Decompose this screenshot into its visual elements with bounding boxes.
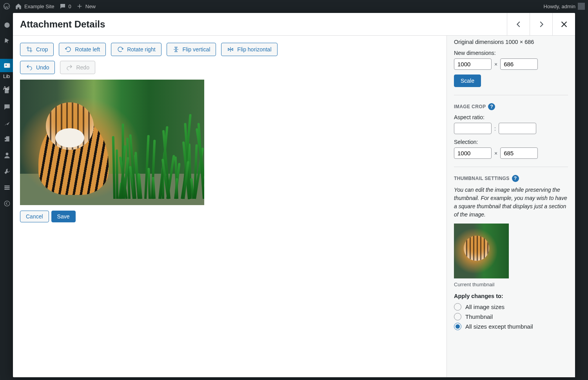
redo-label: Redo (76, 65, 89, 70)
aspect-ratio-h-input[interactable] (499, 123, 536, 134)
comments-link[interactable]: 0 (59, 3, 71, 10)
svg-rect-8 (4, 189, 9, 190)
original-dimensions: Original dimensions 1000 × 686 (454, 39, 568, 45)
vegetation-decor (112, 98, 204, 199)
appearance-icon[interactable] (3, 119, 11, 128)
prev-attachment-button[interactable] (507, 13, 530, 35)
flip-horizontal-button[interactable]: Flip horizontal (221, 43, 277, 56)
apply-changes-label: Apply changes to: (454, 293, 568, 299)
radio-except-thumbnail[interactable]: All sizes except thumbnail (454, 323, 568, 330)
current-thumbnail-caption: Current thumbnail (454, 282, 568, 287)
image-crop-title: IMAGE CROP (454, 104, 486, 109)
rotate-left-label: Rotate left (75, 47, 100, 52)
attachment-details-modal: Attachment Details Crop Rota (13, 13, 575, 377)
next-attachment-button[interactable] (530, 13, 552, 35)
help-icon[interactable]: ? (488, 103, 495, 110)
redo-button: Redo (60, 61, 95, 74)
settings-icon[interactable] (3, 184, 11, 193)
new-link[interactable]: New (76, 3, 96, 10)
modal-header: Attachment Details (13, 13, 575, 36)
radio-all-label: All image sizes (465, 304, 505, 310)
svg-rect-6 (4, 185, 9, 187)
admin-toolbar: Example Site 0 New Howdy, admin (0, 0, 588, 13)
new-width-input[interactable] (454, 58, 492, 70)
comments-count: 0 (69, 4, 71, 9)
undo-button[interactable]: Undo (20, 61, 55, 74)
flip-vertical-label: Flip vertical (183, 47, 211, 52)
radio-icon (454, 303, 461, 311)
selection-w-input[interactable] (454, 147, 492, 159)
avatar (578, 3, 585, 10)
thumbnail-settings-heading: THUMBNAIL SETTINGS ? (454, 175, 568, 182)
howdy-user[interactable]: Howdy, admin (544, 3, 585, 10)
flip-vertical-button[interactable]: Flip vertical (167, 43, 216, 56)
rotate-left-button[interactable]: Rotate left (59, 43, 106, 56)
selection-h-input[interactable] (500, 147, 538, 159)
new-dimensions-label: New dimensions: (454, 50, 568, 56)
image-edit-sidebar: Original dimensions 1000 × 686 New dimen… (446, 36, 575, 377)
comments-icon[interactable] (3, 103, 11, 112)
sel-times: × (494, 150, 497, 156)
howdy-label: Howdy, admin (544, 4, 575, 9)
new-height-input[interactable] (500, 58, 538, 70)
radio-except-label: All sizes except thumbnail (465, 323, 533, 330)
image-crop-heading: IMAGE CROP ? (454, 103, 568, 110)
radio-thumb-label: Thumbnail (465, 313, 493, 320)
svg-rect-7 (4, 187, 9, 188)
radio-all-sizes[interactable]: All image sizes (454, 303, 568, 311)
new-label: New (85, 4, 96, 9)
media-menu-active[interactable] (0, 59, 14, 72)
edit-image-pane: Crop Rotate left Rotate right Flip verti… (13, 36, 446, 377)
crop-button[interactable]: Crop (20, 43, 54, 56)
cancel-label: Cancel (26, 214, 43, 219)
help-icon[interactable]: ? (512, 175, 519, 182)
wp-logo[interactable] (3, 3, 10, 10)
undo-label: Undo (36, 65, 49, 70)
sidebar-library-label[interactable]: Lib (3, 73, 10, 79)
radio-icon (454, 313, 461, 320)
radio-thumbnail[interactable]: Thumbnail (454, 313, 568, 320)
thumbnail-preview (454, 224, 509, 278)
pin-icon[interactable] (3, 37, 11, 46)
site-link[interactable]: Example Site (15, 3, 54, 10)
crop-label: Crop (36, 47, 48, 52)
dashboard-icon[interactable] (3, 21, 11, 30)
dim-times: × (494, 61, 497, 67)
flip-horizontal-label: Flip horizontal (237, 47, 271, 52)
rotate-right-button[interactable]: Rotate right (111, 43, 161, 56)
scale-button[interactable]: Scale (454, 75, 481, 87)
cancel-button[interactable]: Cancel (20, 211, 49, 222)
ratio-colon: : (494, 125, 496, 132)
svg-point-1 (4, 22, 9, 27)
users-icon[interactable] (3, 151, 11, 160)
modal-title: Attachment Details (13, 19, 105, 30)
admin-sidebar: Lib Ad (0, 13, 14, 380)
thumbnail-note: You can edit the image while preserving … (454, 186, 568, 219)
svg-rect-2 (4, 63, 10, 68)
image-preview[interactable] (20, 80, 204, 205)
svg-point-3 (5, 65, 7, 66)
thumbnail-title: THUMBNAIL SETTINGS (454, 176, 510, 181)
tools-icon[interactable] (3, 167, 11, 176)
svg-point-5 (6, 153, 9, 155)
svg-point-9 (4, 201, 9, 206)
collapse-icon[interactable] (3, 200, 11, 209)
sidebar-add-label[interactable]: Ad (3, 85, 9, 91)
site-name: Example Site (24, 4, 54, 9)
plugins-icon[interactable] (3, 135, 11, 144)
rotate-right-label: Rotate right (127, 47, 155, 52)
tiger-head-decor (46, 102, 94, 150)
aspect-ratio-w-input[interactable] (454, 123, 492, 134)
scale-label: Scale (461, 78, 474, 84)
close-modal-button[interactable] (552, 13, 575, 35)
radio-icon (454, 323, 461, 330)
selection-label: Selection: (454, 139, 568, 145)
save-button[interactable]: Save (51, 211, 76, 222)
aspect-ratio-label: Aspect ratio: (454, 114, 568, 120)
save-label: Save (57, 214, 70, 219)
